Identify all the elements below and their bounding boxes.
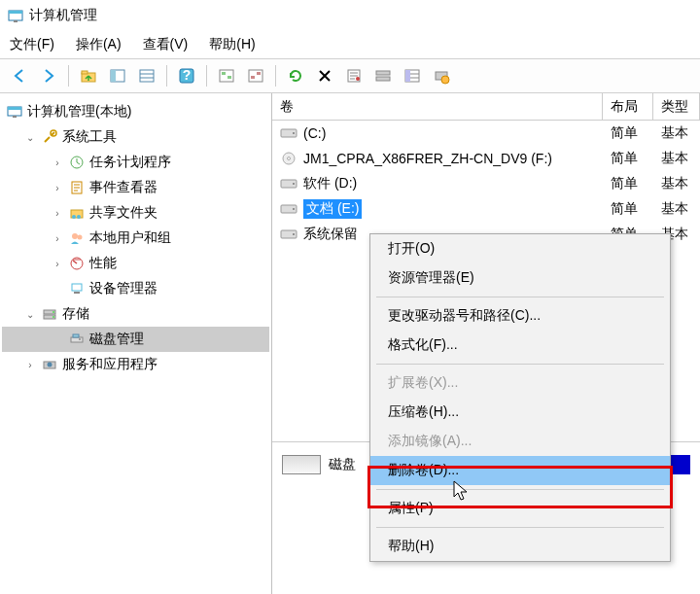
settings-button[interactable] xyxy=(428,62,455,89)
shared-folder-icon xyxy=(68,204,86,222)
svg-rect-46 xyxy=(71,337,83,342)
svg-point-44 xyxy=(52,311,54,313)
event-icon xyxy=(68,179,86,196)
tree-task-scheduler[interactable]: › 任务计划程序 xyxy=(2,150,269,175)
refresh-button[interactable] xyxy=(282,62,309,89)
svg-rect-30 xyxy=(13,116,17,118)
svg-rect-7 xyxy=(140,70,154,82)
tools-icon xyxy=(41,128,58,146)
volume-type: 基本 xyxy=(653,124,700,142)
svg-point-36 xyxy=(77,215,81,219)
volume-row[interactable]: 软件 (D:)简单基本 xyxy=(272,171,700,196)
tree-disk-management[interactable]: 磁盘管理 xyxy=(2,327,269,352)
tree-shared-folders[interactable]: › 共享文件夹 xyxy=(2,200,269,226)
expander-icon[interactable]: › xyxy=(51,156,64,169)
performance-icon xyxy=(68,255,86,272)
expander-icon[interactable]: › xyxy=(51,231,64,245)
toolbar-separator xyxy=(68,65,69,87)
ctx-properties[interactable]: 属性(P) xyxy=(370,494,670,523)
svg-point-56 xyxy=(293,183,295,185)
tree-system-tools[interactable]: ⌄ 系统工具 xyxy=(2,124,269,150)
tree-performance[interactable]: › 性能 xyxy=(2,251,269,276)
ctx-delete-volume[interactable]: 删除卷(D)... xyxy=(370,456,670,485)
button-a[interactable] xyxy=(213,62,240,89)
svg-rect-16 xyxy=(257,72,261,75)
forward-button[interactable] xyxy=(35,62,62,89)
volume-name: 系统保留 xyxy=(303,226,358,243)
node-label: 任务计划程序 xyxy=(89,154,171,171)
drive-icon xyxy=(280,177,298,191)
ctx-add-mirror: 添加镜像(A)... xyxy=(370,427,670,456)
volume-name: (C:) xyxy=(303,125,326,141)
volume-list-button[interactable] xyxy=(399,62,426,89)
volume-row[interactable]: JM1_CPRA_X86FRER_ZH-CN_DV9 (F:)简单基本 xyxy=(272,146,700,171)
back-button[interactable] xyxy=(6,62,33,89)
ctx-extend-volume: 扩展卷(X)... xyxy=(370,368,670,398)
tree-root[interactable]: 计算机管理(本地) xyxy=(2,99,269,124)
node-label: 磁盘管理 xyxy=(89,331,144,348)
expander-icon[interactable]: › xyxy=(23,358,37,371)
node-label: 本地用户和组 xyxy=(89,229,171,247)
ctx-open[interactable]: 打开(O) xyxy=(370,234,670,263)
expander-icon[interactable]: ⌄ xyxy=(23,130,37,144)
svg-point-37 xyxy=(72,233,78,239)
delete-button[interactable] xyxy=(311,62,338,89)
show-hide-tree-button[interactable] xyxy=(104,62,131,89)
volume-list: (C:)简单基本JM1_CPRA_X86FRER_ZH-CN_DV9 (F:)简… xyxy=(272,121,700,247)
ctx-separator xyxy=(376,527,664,528)
menu-file[interactable]: 文件(F) xyxy=(10,36,54,53)
services-icon xyxy=(41,356,58,373)
tree-device-manager[interactable]: 设备管理器 xyxy=(2,276,269,301)
ctx-separator xyxy=(376,297,664,297)
tree-local-users[interactable]: › 本地用户和组 xyxy=(2,226,269,251)
ctx-change-drive-letter[interactable]: 更改驱动器号和路径(C)... xyxy=(370,301,670,331)
volume-layout: 简单 xyxy=(603,200,653,218)
ctx-help[interactable]: 帮助(H) xyxy=(370,532,670,561)
svg-rect-17 xyxy=(251,76,255,79)
toolbar: ? xyxy=(0,58,700,93)
volume-type: 基本 xyxy=(653,175,700,192)
disk-icon xyxy=(282,455,321,474)
disk-mgmt-icon xyxy=(68,331,86,348)
details-view-button[interactable] xyxy=(133,62,160,89)
tree-event-viewer[interactable]: › 事件查看器 xyxy=(2,175,269,200)
disk-list-button[interactable] xyxy=(369,62,397,89)
tree-services[interactable]: › 服务和应用程序 xyxy=(2,352,269,377)
tree-storage[interactable]: ⌄ 存储 xyxy=(2,301,269,327)
column-volume[interactable]: 卷 xyxy=(272,93,603,120)
ctx-separator xyxy=(376,364,664,365)
expander-icon[interactable]: ⌄ xyxy=(23,307,37,321)
volume-type: 基本 xyxy=(653,200,700,218)
drive-icon xyxy=(280,152,298,165)
menu-action[interactable]: 操作(A) xyxy=(76,36,122,53)
menu-help[interactable]: 帮助(H) xyxy=(209,36,255,53)
expander-icon[interactable]: › xyxy=(51,181,64,194)
context-menu: 打开(O) 资源管理器(E) 更改驱动器号和路径(C)... 格式化(F)...… xyxy=(369,233,671,562)
volume-row[interactable]: 文档 (E:)简单基本 xyxy=(272,196,700,222)
svg-rect-13 xyxy=(222,72,226,75)
svg-point-60 xyxy=(293,233,295,235)
titlebar: 计算机管理 xyxy=(0,0,700,31)
button-b[interactable] xyxy=(242,62,269,89)
ctx-explorer[interactable]: 资源管理器(E) xyxy=(370,263,670,293)
up-folder-button[interactable] xyxy=(75,62,102,89)
volume-layout: 简单 xyxy=(603,150,653,167)
svg-rect-23 xyxy=(405,70,410,82)
toolbar-separator xyxy=(166,65,167,87)
expander-icon[interactable]: › xyxy=(51,257,64,270)
drive-icon xyxy=(280,227,298,241)
help-button[interactable]: ? xyxy=(173,62,200,89)
column-layout[interactable]: 布局 xyxy=(603,93,653,120)
expander-icon[interactable]: › xyxy=(51,206,64,220)
column-type[interactable]: 类型 xyxy=(653,93,700,120)
ctx-shrink-volume[interactable]: 压缩卷(H)... xyxy=(370,398,670,427)
svg-point-19 xyxy=(356,77,360,81)
svg-rect-20 xyxy=(376,71,390,75)
menu-view[interactable]: 查看(V) xyxy=(143,36,189,53)
svg-rect-48 xyxy=(73,334,79,337)
volume-name: 软件 (D:) xyxy=(303,175,357,192)
properties-button[interactable] xyxy=(340,62,368,89)
volume-row[interactable]: (C:)简单基本 xyxy=(272,121,700,146)
ctx-format[interactable]: 格式化(F)... xyxy=(370,331,670,360)
svg-rect-40 xyxy=(72,284,82,291)
